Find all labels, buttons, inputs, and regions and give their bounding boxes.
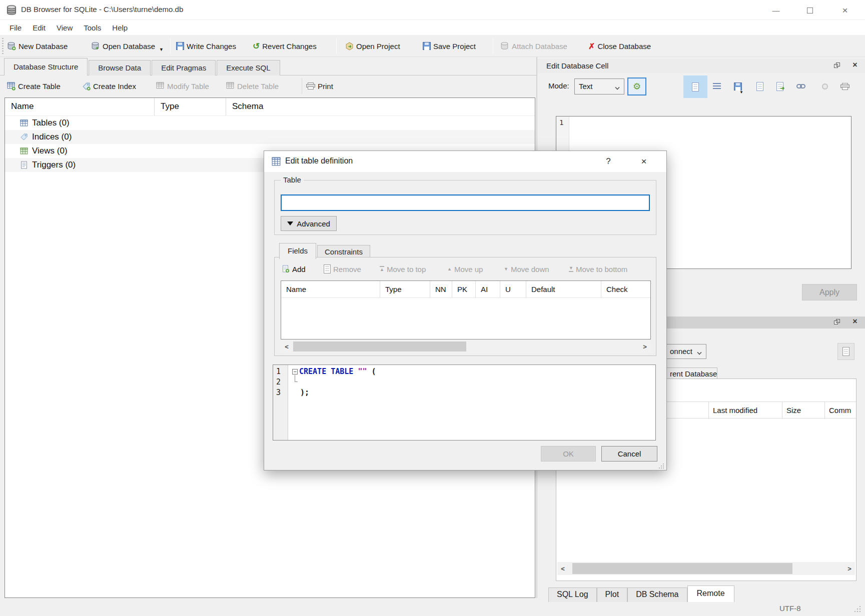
main-tabbar: Database Structure Browse Data Edit Prag… bbox=[4, 57, 281, 76]
attach-database-button[interactable]: Attach Database bbox=[500, 38, 567, 54]
minimize-button[interactable]: — bbox=[764, 4, 787, 17]
toolbar-separator bbox=[493, 38, 493, 54]
tab-db-schema[interactable]: DB Schema bbox=[627, 588, 687, 602]
tab-database-structure[interactable]: Database Structure bbox=[4, 58, 88, 76]
dock-close-button[interactable]: × bbox=[849, 318, 860, 326]
auto-apply-button[interactable]: ⚙ bbox=[627, 78, 646, 96]
edit-database-cell-title: Edit Database Cell bbox=[546, 62, 608, 70]
dialog-resize-grip[interactable] bbox=[658, 463, 664, 469]
bottom-tabbar: SQL Log Plot DB Schema Remote bbox=[548, 586, 734, 602]
fold-collapse-icon[interactable]: − bbox=[292, 369, 298, 374]
tab-edit-pragmas[interactable]: Edit Pragmas bbox=[152, 60, 216, 76]
delete-table-button[interactable]: Delete Table bbox=[226, 78, 279, 94]
tree-row-indices[interactable]: Indices (0) bbox=[5, 130, 535, 144]
apply-button[interactable]: Apply bbox=[802, 284, 857, 300]
advanced-button[interactable]: Advanced bbox=[281, 216, 337, 231]
horizontal-scrollbar[interactable]: < > bbox=[557, 562, 855, 575]
modify-table-button[interactable]: Modify Table bbox=[156, 78, 209, 94]
link-button[interactable] bbox=[794, 80, 807, 93]
tab-fields[interactable]: Fields bbox=[279, 243, 316, 259]
maximize-button[interactable] bbox=[798, 4, 821, 17]
sql-keyword: CREATE TABLE bbox=[299, 367, 353, 376]
remove-field-button[interactable]: Remove bbox=[324, 262, 361, 276]
scrollbar-track[interactable] bbox=[292, 340, 639, 352]
tree-col-schema[interactable]: Schema bbox=[226, 98, 535, 116]
print-button[interactable]: Print bbox=[306, 78, 333, 94]
dialog-titlebar[interactable]: Edit table definition ? × bbox=[264, 151, 666, 172]
menu-help[interactable]: Help bbox=[107, 22, 133, 34]
dock-float-button[interactable] bbox=[831, 318, 842, 326]
help-button[interactable]: ? bbox=[598, 154, 618, 168]
open-database-label: Open Database bbox=[103, 42, 155, 50]
export-button[interactable] bbox=[753, 80, 766, 93]
col-last-modified[interactable]: Last modified bbox=[708, 402, 782, 419]
toolbar-grip[interactable] bbox=[2, 38, 4, 54]
add-field-button[interactable]: Add bbox=[282, 262, 306, 276]
scrollbar-track[interactable] bbox=[568, 562, 844, 575]
open-project-icon bbox=[345, 42, 354, 50]
close-database-button[interactable]: ✗ Close Database bbox=[588, 38, 651, 54]
dock-float-button[interactable] bbox=[831, 61, 842, 70]
menu-tools[interactable]: Tools bbox=[78, 22, 107, 34]
ok-button[interactable]: OK bbox=[541, 446, 596, 462]
tab-remote[interactable]: Remote bbox=[687, 586, 734, 602]
open-database-dropdown-arrow[interactable]: ▼ bbox=[159, 47, 164, 52]
tree-col-name[interactable]: Name bbox=[5, 98, 154, 116]
dock-close-button[interactable]: × bbox=[849, 61, 860, 70]
scroll-left-icon[interactable]: < bbox=[557, 565, 568, 572]
move-to-bottom-button[interactable]: ▼ Move to bottom bbox=[569, 262, 627, 276]
col-check[interactable]: Check bbox=[601, 281, 650, 298]
open-external-button[interactable]: ➜ bbox=[773, 80, 786, 93]
cancel-button[interactable]: Cancel bbox=[601, 446, 657, 462]
col-type[interactable]: Type bbox=[380, 281, 430, 298]
create-index-button[interactable]: Create Index bbox=[82, 78, 136, 94]
create-table-button[interactable]: Create Table bbox=[7, 78, 61, 94]
table-icon bbox=[20, 119, 28, 127]
new-database-button[interactable]: New Database bbox=[7, 38, 68, 54]
scroll-right-icon[interactable]: > bbox=[639, 343, 650, 350]
save-project-button[interactable]: Save Project bbox=[423, 38, 476, 54]
close-button[interactable]: × bbox=[833, 4, 856, 17]
move-up-button[interactable]: ▲ Move up bbox=[447, 262, 483, 276]
remote-settings-button[interactable] bbox=[837, 343, 854, 360]
menu-view[interactable]: View bbox=[51, 22, 78, 34]
tab-browse-data[interactable]: Browse Data bbox=[89, 60, 151, 76]
col-commit[interactable]: Comm bbox=[824, 402, 856, 419]
indent-button[interactable] bbox=[710, 80, 723, 93]
text-view-button[interactable] bbox=[683, 76, 707, 98]
tree-row-tables[interactable]: Tables (0) bbox=[5, 116, 535, 130]
null-button[interactable] bbox=[818, 80, 831, 93]
import-button[interactable]: ▼ bbox=[731, 80, 744, 93]
menu-file[interactable]: File bbox=[4, 22, 27, 34]
table-name-input[interactable] bbox=[281, 194, 650, 211]
move-down-button[interactable]: ▼ Move down bbox=[504, 262, 549, 276]
tab-execute-sql[interactable]: Execute SQL bbox=[217, 60, 280, 76]
resize-grip[interactable] bbox=[853, 606, 860, 613]
open-project-button[interactable]: Open Project bbox=[345, 38, 400, 54]
col-nn[interactable]: NN bbox=[430, 281, 452, 298]
open-database-button[interactable]: Open Database bbox=[91, 38, 155, 54]
revert-changes-button[interactable]: ↺ Revert Changes bbox=[253, 38, 317, 54]
col-pk[interactable]: PK bbox=[452, 281, 476, 298]
col-default[interactable]: Default bbox=[526, 281, 601, 298]
tab-plot[interactable]: Plot bbox=[597, 588, 628, 602]
col-size[interactable]: Size bbox=[782, 402, 824, 419]
mode-select[interactable]: Text bbox=[574, 78, 624, 94]
col-u[interactable]: U bbox=[500, 281, 526, 298]
col-name[interactable]: Name bbox=[281, 281, 380, 298]
move-to-bottom-icon: ▼ bbox=[569, 266, 573, 272]
move-to-top-button[interactable]: ▲ Move to top bbox=[380, 262, 426, 276]
horizontal-scrollbar[interactable]: < > bbox=[281, 340, 650, 352]
scroll-right-icon[interactable]: > bbox=[844, 565, 855, 572]
cell-print-button[interactable] bbox=[838, 80, 851, 93]
dialog-close-button[interactable]: × bbox=[632, 154, 655, 168]
tab-sql-log[interactable]: SQL Log bbox=[548, 588, 597, 602]
scrollbar-thumb[interactable] bbox=[572, 563, 792, 574]
scrollbar-thumb[interactable] bbox=[293, 342, 466, 352]
menu-edit[interactable]: Edit bbox=[27, 22, 51, 34]
col-ai[interactable]: AI bbox=[476, 281, 500, 298]
toolbar-separator bbox=[170, 38, 171, 54]
write-changes-button[interactable]: Write Changes bbox=[176, 38, 236, 54]
tree-col-type[interactable]: Type bbox=[154, 98, 226, 116]
scroll-left-icon[interactable]: < bbox=[281, 343, 292, 350]
